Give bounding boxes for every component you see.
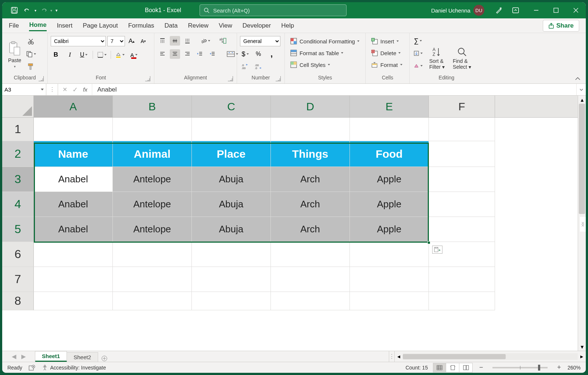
qat-customize[interactable]: ▾ xyxy=(53,4,60,17)
minimize-button[interactable] xyxy=(526,2,546,18)
cell-A7[interactable] xyxy=(34,267,113,292)
search-input[interactable]: Search (Alt+Q) xyxy=(200,4,347,16)
increase-font-button[interactable]: A▴ xyxy=(126,36,137,46)
paste-button[interactable]: Paste ▾ xyxy=(5,35,24,70)
cell-F4[interactable] xyxy=(429,192,495,217)
font-name-select[interactable]: Calibri xyxy=(51,36,106,46)
select-all-button[interactable] xyxy=(2,96,34,117)
formula-input[interactable]: Anabel xyxy=(92,84,576,95)
percent-button[interactable]: % xyxy=(253,49,263,59)
cell-A4[interactable]: Anabel xyxy=(34,192,113,217)
cancel-formula-button[interactable]: ✕ xyxy=(62,86,67,93)
tab-formulas[interactable]: Formulas xyxy=(128,21,154,31)
cell-C7[interactable] xyxy=(192,267,271,292)
scroll-left-button[interactable]: ◂ xyxy=(395,353,403,361)
borders-button[interactable] xyxy=(97,50,107,60)
maximize-button[interactable] xyxy=(546,2,566,18)
comma-button[interactable]: , xyxy=(266,49,277,59)
align-bottom-button[interactable] xyxy=(182,36,193,46)
column-header-E[interactable]: E xyxy=(350,96,429,117)
column-header-C[interactable]: C xyxy=(192,96,271,117)
cell-E6[interactable] xyxy=(350,242,429,267)
column-header-A[interactable]: A xyxy=(34,96,113,117)
alignment-launcher[interactable] xyxy=(228,76,233,81)
tab-split-handle[interactable]: ⋮ xyxy=(389,351,395,362)
row-header-8[interactable]: 8 xyxy=(2,292,34,310)
decrease-font-button[interactable]: A▾ xyxy=(138,36,148,46)
cell-C5[interactable]: Abuja xyxy=(192,217,271,242)
cell-B8[interactable] xyxy=(113,292,192,310)
sheet-tab-sheet2[interactable]: Sheet2 xyxy=(67,352,98,362)
save-button[interactable] xyxy=(8,4,21,17)
collapse-ribbon-button[interactable] xyxy=(575,77,581,81)
row-header-4[interactable]: 4 xyxy=(2,192,34,217)
cell-B1[interactable] xyxy=(113,118,192,141)
row-header-3[interactable]: 3 xyxy=(2,167,34,192)
copy-button[interactable] xyxy=(26,49,36,59)
sheet-nav-next[interactable]: ▶ xyxy=(21,353,26,360)
zoom-in-button[interactable]: + xyxy=(556,364,562,371)
format-painter-button[interactable] xyxy=(26,62,36,71)
cell-E7[interactable] xyxy=(350,267,429,292)
name-box[interactable] xyxy=(2,84,46,95)
font-launcher[interactable] xyxy=(145,76,150,81)
tab-review[interactable]: Review xyxy=(188,21,208,31)
cell-A6[interactable] xyxy=(34,242,113,267)
cell-E4[interactable]: Apple xyxy=(350,192,429,217)
pen-icon[interactable] xyxy=(492,4,505,17)
column-header-B[interactable]: B xyxy=(113,96,192,117)
sheet-tab-sheet1[interactable]: Sheet1 xyxy=(35,351,67,362)
paste-options-button[interactable]: + xyxy=(432,246,442,254)
align-center-button[interactable] xyxy=(170,49,180,59)
cell-B5[interactable]: Antelope xyxy=(113,217,192,242)
bold-button[interactable]: B xyxy=(51,50,61,60)
cell-F1[interactable] xyxy=(429,118,495,141)
collapse-pane-button[interactable] xyxy=(580,217,586,232)
cell-D2[interactable]: Things xyxy=(271,141,350,167)
cell-F7[interactable] xyxy=(429,267,495,292)
cell-D3[interactable]: Arch xyxy=(271,167,350,192)
name-box-expand[interactable]: ⋮ xyxy=(46,84,58,95)
cell-D6[interactable] xyxy=(271,242,350,267)
sheet-nav-prev[interactable]: ◀ xyxy=(12,353,16,360)
column-header-F[interactable]: F xyxy=(429,96,495,117)
cell-D5[interactable]: Arch xyxy=(271,217,350,242)
increase-indent-button[interactable] xyxy=(207,49,218,59)
scroll-up-button[interactable]: ▴ xyxy=(578,96,586,104)
align-middle-button[interactable] xyxy=(170,36,180,46)
clear-button[interactable] xyxy=(413,61,423,71)
orientation-button[interactable]: ab xyxy=(200,36,210,46)
cell-C6[interactable] xyxy=(192,242,271,267)
cell-B7[interactable] xyxy=(113,267,192,292)
scroll-right-button[interactable]: ▸ xyxy=(578,353,586,361)
cell-C4[interactable]: Abuja xyxy=(192,192,271,217)
page-break-view-button[interactable] xyxy=(459,363,473,372)
fill-button[interactable] xyxy=(413,49,423,58)
cut-button[interactable] xyxy=(26,37,36,46)
underline-button[interactable]: U xyxy=(79,50,89,60)
number-launcher[interactable] xyxy=(276,76,281,81)
scroll-down-button[interactable]: ▾ xyxy=(578,343,586,351)
italic-button[interactable]: I xyxy=(65,50,75,60)
share-button[interactable]: Share xyxy=(543,20,579,32)
decrease-indent-button[interactable] xyxy=(195,49,205,59)
horizontal-scrollbar[interactable]: ◂ ▸ xyxy=(395,351,586,362)
cell-A1[interactable] xyxy=(34,118,113,141)
format-as-table-button[interactable]: Format as Table xyxy=(288,48,345,58)
new-sheet-button[interactable] xyxy=(98,355,111,362)
fill-handle[interactable] xyxy=(427,241,430,244)
cell-D4[interactable]: Arch xyxy=(271,192,350,217)
accessibility-icon[interactable] xyxy=(42,365,48,371)
insert-cells-button[interactable]: Insert xyxy=(369,36,401,46)
macro-record-icon[interactable] xyxy=(29,365,35,371)
zoom-handle[interactable] xyxy=(538,365,540,371)
autosum-button[interactable]: ∑ xyxy=(413,36,423,46)
cell-F3[interactable] xyxy=(429,167,495,192)
zoom-slider[interactable] xyxy=(492,367,548,368)
font-color-button[interactable]: A xyxy=(129,50,139,60)
ribbon-display-button[interactable] xyxy=(509,4,522,17)
align-left-button[interactable] xyxy=(157,49,168,59)
cell-B3[interactable]: Antelope xyxy=(113,167,192,192)
wrap-text-button[interactable]: ab xyxy=(218,36,228,46)
normal-view-button[interactable] xyxy=(433,363,446,372)
